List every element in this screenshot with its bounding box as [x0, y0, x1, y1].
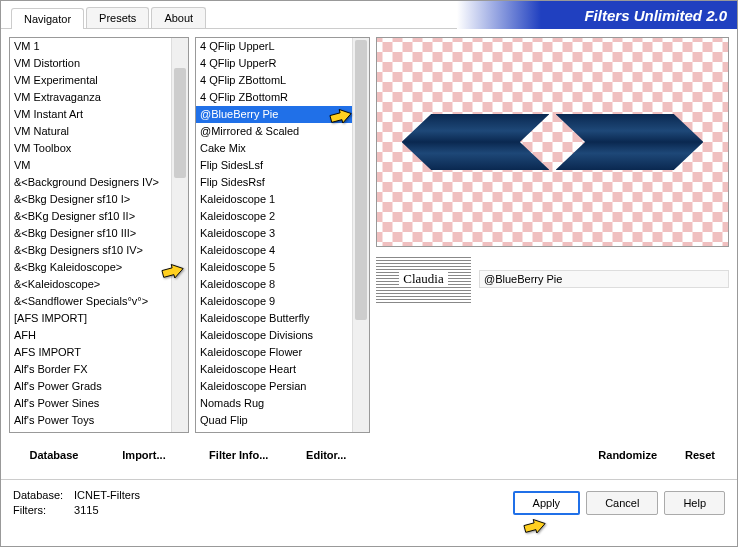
scrollbar[interactable] [352, 38, 369, 432]
list-item[interactable]: VM Experimental [10, 72, 171, 89]
scroll-thumb[interactable] [355, 40, 367, 320]
list-item[interactable]: Kaleidoscope Butterfly [196, 310, 352, 327]
tabs: Navigator Presets About [1, 1, 208, 28]
list-item[interactable]: 4 QFlip UpperR [196, 55, 352, 72]
list-item[interactable]: &<Bkg Designer sf10 I> [10, 191, 171, 208]
list-item[interactable]: Alf's Border FX [10, 361, 171, 378]
scrollbar[interactable] [171, 38, 188, 432]
filter-info-button[interactable]: Filter Info... [195, 443, 283, 467]
list-item[interactable]: Alf's Power Toys [10, 412, 171, 429]
footer-info: Database: ICNET-Filters Filters: 3115 [13, 488, 140, 518]
list-item[interactable]: Kaleidoscope 3 [196, 225, 352, 242]
footer: Database: ICNET-Filters Filters: 3115 Ap… [1, 479, 737, 526]
category-list-wrap: VM 1VM DistortionVM ExperimentalVM Extra… [9, 37, 189, 433]
list-item[interactable]: 4 QFlip ZBottomL [196, 72, 352, 89]
scroll-thumb[interactable] [174, 68, 186, 178]
list-item[interactable]: AFH [10, 327, 171, 344]
list-item[interactable]: Flip SidesRsf [196, 174, 352, 191]
list-item[interactable]: &<Background Designers IV> [10, 174, 171, 191]
list-item[interactable]: &<Bkg Kaleidoscope> [10, 259, 171, 276]
list-item[interactable]: Radial Mirror [196, 429, 352, 432]
list-item[interactable]: &<Bkg Designer sf10 III> [10, 225, 171, 242]
list-item[interactable]: &<Bkg Designers sf10 IV> [10, 242, 171, 259]
list-item[interactable]: Kaleidoscope Heart [196, 361, 352, 378]
preview-buttons: Randomize Reset [376, 439, 729, 471]
list-item[interactable]: &<BKg Designer sf10 II> [10, 208, 171, 225]
list-item[interactable]: AFS IMPORT [10, 344, 171, 361]
list-item[interactable]: 4 QFlip UpperL [196, 38, 352, 55]
footer-buttons: Apply Cancel Help [513, 491, 725, 515]
list-item[interactable]: Kaleidoscope 2 [196, 208, 352, 225]
list-item[interactable]: 4 QFlip ZBottomR [196, 89, 352, 106]
database-value: ICNET-Filters [74, 489, 140, 501]
category-column: VM 1VM DistortionVM ExperimentalVM Extra… [9, 37, 189, 471]
filters-value: 3115 [74, 504, 98, 516]
list-item[interactable]: Kaleidoscope Persian [196, 378, 352, 395]
list-item[interactable]: Cake Mix [196, 140, 352, 157]
list-item[interactable]: Alf's Power Grads [10, 378, 171, 395]
database-label: Database: [13, 488, 71, 503]
list-item[interactable]: VM Extravaganza [10, 89, 171, 106]
tab-navigator[interactable]: Navigator [11, 8, 84, 29]
list-item[interactable]: VM Toolbox [10, 140, 171, 157]
editor-button[interactable]: Editor... [283, 443, 371, 467]
header: Navigator Presets About Filters Unlimite… [1, 1, 737, 29]
list-item[interactable]: Kaleidoscope Divisions [196, 327, 352, 344]
preview-column: @BlueBerry Pie Randomize Reset [376, 37, 729, 471]
filters-label: Filters: [13, 503, 71, 518]
app-title: Filters Unlimited 2.0 [457, 1, 737, 29]
filter-name-row: @BlueBerry Pie [376, 255, 729, 303]
filter-list-wrap: 4 QFlip UpperL4 QFlip UpperR4 QFlip ZBot… [195, 37, 370, 433]
apply-button[interactable]: Apply [513, 491, 581, 515]
list-item[interactable]: @BlueBerry Pie [196, 106, 352, 123]
list-item[interactable]: Kaleidoscope 4 [196, 242, 352, 259]
help-button[interactable]: Help [664, 491, 725, 515]
filter-buttons: Filter Info... Editor... [195, 439, 370, 471]
cancel-button[interactable]: Cancel [586, 491, 658, 515]
selected-filter-name: @BlueBerry Pie [479, 270, 729, 288]
main-content: VM 1VM DistortionVM ExperimentalVM Extra… [1, 29, 737, 479]
preview-image [376, 37, 729, 247]
list-item[interactable]: @Mirrored & Scaled [196, 123, 352, 140]
list-item[interactable]: Quad Flip [196, 412, 352, 429]
list-item[interactable]: Kaleidoscope 9 [196, 293, 352, 310]
preview-shape-left [402, 114, 550, 170]
list-item[interactable]: VM Instant Art [10, 106, 171, 123]
list-item[interactable]: VM [10, 157, 171, 174]
import-button[interactable]: Import... [99, 443, 189, 467]
list-item[interactable]: [AFS IMPORT] [10, 310, 171, 327]
list-item[interactable]: Kaleidoscope 1 [196, 191, 352, 208]
preview-effect [402, 114, 704, 170]
list-item[interactable]: &<Sandflower Specials°v°> [10, 293, 171, 310]
list-item[interactable]: &<Kaleidoscope> [10, 276, 171, 293]
category-list[interactable]: VM 1VM DistortionVM ExperimentalVM Extra… [10, 38, 171, 432]
randomize-button[interactable]: Randomize [584, 443, 671, 467]
filter-list[interactable]: 4 QFlip UpperL4 QFlip UpperR4 QFlip ZBot… [196, 38, 352, 432]
list-item[interactable]: Kaleidoscope 8 [196, 276, 352, 293]
database-button[interactable]: Database [9, 443, 99, 467]
category-buttons: Database Import... [9, 439, 189, 471]
watermark-stamp [376, 255, 471, 303]
list-item[interactable]: VM Distortion [10, 55, 171, 72]
tab-presets[interactable]: Presets [86, 7, 149, 28]
list-item[interactable]: Kaleidoscope Flower [196, 344, 352, 361]
list-item[interactable]: Alf's Power Sines [10, 395, 171, 412]
reset-button[interactable]: Reset [671, 443, 729, 467]
list-item[interactable]: VM Natural [10, 123, 171, 140]
list-item[interactable]: Flip SidesLsf [196, 157, 352, 174]
list-item[interactable]: VM 1 [10, 38, 171, 55]
preview-shape-right [556, 114, 704, 170]
list-item[interactable]: Nomads Rug [196, 395, 352, 412]
filter-column: 4 QFlip UpperL4 QFlip UpperR4 QFlip ZBot… [195, 37, 370, 471]
list-item[interactable]: Kaleidoscope 5 [196, 259, 352, 276]
tab-about[interactable]: About [151, 7, 206, 28]
list-item[interactable]: AlphaWorks [10, 429, 171, 432]
